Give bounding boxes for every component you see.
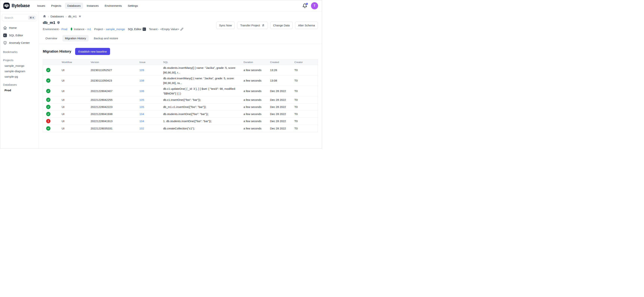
breadcrumb: › Databases › db_m1 ★ bbox=[43, 15, 318, 18]
environment-meta: Environment - Prod bbox=[43, 28, 67, 31]
search-input[interactable] bbox=[4, 16, 28, 19]
notification-button[interactable] bbox=[302, 3, 307, 8]
environment-label: Environment - bbox=[43, 28, 60, 31]
sidebar-item-prod[interactable]: Prod bbox=[0, 88, 39, 93]
star-icon[interactable]: ★ bbox=[78, 15, 82, 18]
creator-cell: T0 bbox=[294, 105, 318, 109]
nav-item-instances[interactable]: Instances bbox=[84, 3, 101, 9]
alter-schema-button[interactable]: Alter Schema bbox=[295, 22, 318, 29]
status-success-icon bbox=[46, 112, 50, 116]
tenant-meta: Tenant - <Empty Value> bbox=[149, 28, 183, 31]
page-actions: Sync NowTransfer ProjectChange DataAlter… bbox=[216, 22, 318, 29]
issue-link[interactable]: 105 bbox=[140, 98, 163, 101]
version-cell: 20221228042255 bbox=[91, 98, 140, 101]
topbar-right: T bbox=[302, 2, 318, 9]
sidebar-item-label: SQL Editor bbox=[9, 34, 23, 37]
search-box[interactable]: ⌘ K bbox=[2, 14, 37, 21]
version-cell: 20221228042223 bbox=[91, 105, 140, 109]
establish-baseline-button[interactable]: Establish new baseline bbox=[75, 48, 110, 55]
breadcrumb-db-m1[interactable]: db_m1 bbox=[68, 15, 77, 18]
sidebar-section-bookmarks: Bookmarks bbox=[0, 49, 39, 55]
version-cell: 20221228035331 bbox=[91, 127, 140, 130]
sync-now-button[interactable]: Sync Now bbox=[216, 22, 235, 29]
nav-item-issues[interactable]: Issues bbox=[34, 3, 48, 9]
brand[interactable]: Bytebase bbox=[3, 3, 30, 9]
creator-cell: T0 bbox=[294, 69, 318, 72]
nav-item-projects[interactable]: Projects bbox=[49, 3, 64, 9]
sidebar-item-home[interactable]: Home bbox=[0, 24, 39, 32]
main-content: › Databases › db_m1 ★ db_m1 Environment … bbox=[39, 12, 322, 148]
shield-alert-icon bbox=[57, 21, 60, 24]
workflow-cell: UI bbox=[62, 89, 91, 93]
tab-backup-and-restore[interactable]: Backup and restore bbox=[91, 35, 121, 42]
sql-cell: db.student.insertMany([ { name: "Jacika"… bbox=[163, 76, 244, 85]
duration-cell: a few seconds bbox=[244, 127, 270, 130]
transfer-icon bbox=[262, 24, 265, 27]
search-shortcut-badge: ⌘ K bbox=[28, 16, 36, 20]
migration-row: UI20221228042255105db.c1.insertOne({"foo… bbox=[43, 96, 318, 103]
issue-link[interactable]: 104 bbox=[140, 120, 163, 123]
tab-overview[interactable]: Overview bbox=[43, 35, 60, 42]
issue-link[interactable]: 106 bbox=[140, 89, 163, 93]
tenant-label: Tenant - bbox=[149, 28, 159, 31]
sidebar-item-label: Home bbox=[9, 26, 17, 30]
project-link[interactable]: sample_mongo bbox=[106, 28, 125, 31]
notification-dot bbox=[306, 3, 308, 5]
tabs: OverviewMigration HistoryBackup and rest… bbox=[39, 35, 322, 44]
creator-cell: T0 bbox=[294, 112, 318, 116]
duration-cell: a few seconds bbox=[244, 89, 270, 93]
breadcrumb-databases[interactable]: Databases bbox=[50, 15, 64, 18]
status-failed-icon: ! bbox=[46, 119, 50, 123]
project-label: Project - bbox=[94, 28, 105, 31]
migration-row: UI20221228042407106db.c1.updateOne( { _i… bbox=[43, 86, 318, 96]
creator-cell: T0 bbox=[294, 89, 318, 93]
sql-editor-meta[interactable]: SQL Editor >_ bbox=[128, 28, 146, 31]
nav-item-databases[interactable]: Databases bbox=[65, 3, 83, 9]
issue-link[interactable]: 102 bbox=[140, 127, 163, 130]
workflow-cell: UI bbox=[62, 112, 91, 116]
sidebar-item-sample_mongo[interactable]: sample_mongo bbox=[0, 63, 39, 69]
sidebar-item-sql-editor[interactable]: >_SQL Editor bbox=[0, 32, 39, 39]
brand-name: Bytebase bbox=[12, 3, 30, 8]
chevron-right-icon: › bbox=[66, 15, 66, 18]
instance-link[interactable]: m1 bbox=[87, 28, 91, 31]
status-success-icon bbox=[46, 105, 50, 109]
nav-item-environments[interactable]: Environments bbox=[102, 3, 124, 9]
sql-cell: db.students.insertMany([ { name: "Jacika… bbox=[163, 66, 244, 75]
migration-row: UI20221228042223105db_m1.c1.insertOne({"… bbox=[43, 103, 318, 111]
sidebar-item-sample-diagram[interactable]: sample-diagram bbox=[0, 69, 39, 74]
issue-link[interactable]: 108 bbox=[140, 79, 163, 82]
sql-editor-label: SQL Editor bbox=[128, 28, 142, 31]
version-cell: 20230111052527 bbox=[91, 69, 140, 72]
home-icon bbox=[3, 26, 7, 30]
button-label: Alter Schema bbox=[298, 24, 315, 27]
status-success-icon bbox=[46, 78, 50, 83]
change-data-button[interactable]: Change Data bbox=[270, 22, 293, 29]
column-header-created: Created bbox=[270, 61, 294, 64]
migration-row: UI20230111052527109db.students.insertMan… bbox=[43, 65, 318, 75]
status-success-icon bbox=[46, 126, 50, 131]
nav-item-settings[interactable]: Settings bbox=[126, 3, 140, 9]
top-nav: IssuesProjectsDatabasesInstancesEnvironm… bbox=[34, 3, 140, 9]
status-success-icon bbox=[46, 89, 50, 93]
status-success-icon bbox=[46, 98, 50, 102]
workflow-cell: UI bbox=[62, 120, 91, 123]
tab-migration-history[interactable]: Migration History bbox=[62, 35, 89, 42]
sidebar-item-sample-pg[interactable]: sample-pg bbox=[0, 74, 39, 79]
sidebar-item-anomaly-center[interactable]: Anomaly Center bbox=[0, 39, 39, 47]
sidebar-section-label: Projects bbox=[0, 57, 39, 63]
issue-link[interactable]: 105 bbox=[140, 105, 163, 109]
pencil-icon[interactable] bbox=[180, 28, 183, 31]
home-icon[interactable] bbox=[43, 15, 46, 18]
avatar[interactable]: T bbox=[311, 2, 318, 9]
issue-link[interactable]: 104 bbox=[140, 112, 163, 116]
shield-alert-icon bbox=[3, 41, 7, 45]
sql-cell: db.c1.insertOne({"foo": "bar"}); bbox=[163, 97, 244, 102]
migration-row: !UI202212280419131041. db.students.inser… bbox=[43, 118, 318, 125]
status-success-icon bbox=[46, 68, 50, 72]
migration-row: UI20230111050423108db.student.insertMany… bbox=[43, 75, 318, 86]
column-header-issue: Issue bbox=[140, 61, 163, 64]
transfer-project-button[interactable]: Transfer Project bbox=[237, 22, 268, 29]
environment-link[interactable]: Prod bbox=[61, 28, 67, 31]
issue-link[interactable]: 109 bbox=[140, 69, 163, 72]
